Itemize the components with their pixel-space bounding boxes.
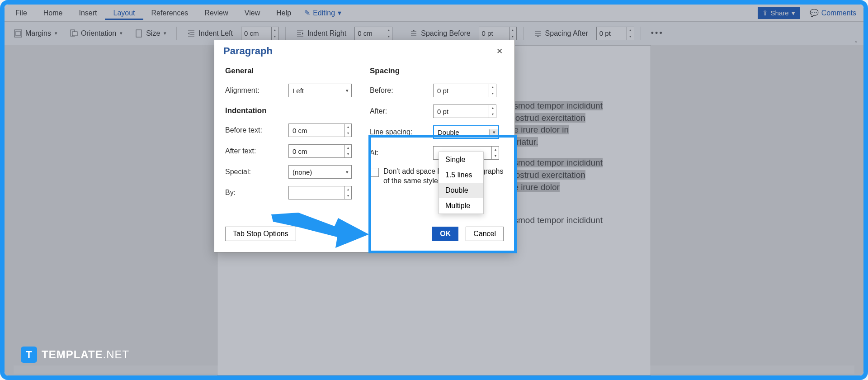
line-spacing-select[interactable]: Double ▾ — [433, 125, 499, 139]
spinner[interactable]: ▴▾ — [344, 145, 351, 157]
sp-before-value: 0 pt — [434, 87, 489, 95]
logo-badge: T — [21, 347, 37, 363]
special-select[interactable]: (none) ▾ — [288, 165, 352, 179]
spacing-after-label: Spacing After — [545, 29, 588, 38]
tab-home[interactable]: Home — [35, 6, 71, 20]
comment-icon: 💬 — [810, 9, 819, 17]
after-text-label: After text: — [225, 147, 284, 155]
share-button[interactable]: ⇪ Share ▾ — [758, 7, 800, 19]
svg-rect-0 — [14, 30, 22, 37]
special-value: (none) — [289, 168, 342, 176]
sp-before-label: Before: — [370, 86, 429, 95]
by-label: By: — [225, 189, 284, 197]
line-spacing-option-double[interactable]: Double — [439, 183, 483, 198]
tab-file[interactable]: File — [7, 6, 35, 20]
spacing-before-label: Spacing Before — [421, 29, 470, 38]
indent-right-value: 0 cm — [355, 29, 385, 37]
dialog-title: Paragraph — [223, 45, 273, 57]
ribbon-overflow[interactable]: ••• — [651, 28, 664, 38]
tab-layout[interactable]: Layout — [105, 6, 143, 20]
spacing-before-control: Spacing Before — [406, 27, 474, 40]
spacing-before-icon — [409, 29, 418, 38]
indent-right-label: Indent Right — [307, 29, 346, 38]
chevron-down-icon: ▾ — [792, 9, 795, 17]
special-label: Special: — [225, 168, 284, 176]
after-text-input[interactable]: 0 cm ▴▾ — [288, 144, 352, 158]
spacing-after-control: Spacing After — [530, 27, 592, 40]
orientation-button[interactable]: Orientation ▾ — [66, 27, 126, 40]
indent-left-control: Indent Left — [183, 27, 236, 40]
logo-text-thin: .NET — [103, 348, 130, 361]
share-icon: ⇪ — [762, 9, 768, 17]
spinner[interactable]: ▴▾ — [489, 105, 496, 118]
tabs-bar: File Home Insert Layout References Revie… — [5, 5, 863, 22]
editing-label: Editing — [313, 9, 335, 17]
ok-button[interactable]: OK — [432, 227, 458, 241]
after-text-value: 0 cm — [289, 147, 344, 155]
spacing-after-icon — [533, 29, 542, 38]
spinner[interactable]: ▴▾ — [271, 27, 278, 40]
indentation-heading: Indentation — [225, 106, 359, 115]
tab-view[interactable]: View — [236, 6, 268, 20]
spinner[interactable]: ▴▾ — [385, 27, 392, 40]
chevron-down-icon: ▾ — [489, 129, 498, 135]
orientation-icon — [69, 29, 78, 38]
indent-left-icon — [187, 29, 196, 38]
size-label: Size — [146, 29, 160, 38]
line-spacing-option-1-5-lines[interactable]: 1.5 lines — [439, 167, 483, 183]
tab-review[interactable]: Review — [196, 6, 236, 20]
tab-help[interactable]: Help — [268, 6, 299, 20]
spinner[interactable]: ▴▾ — [344, 124, 351, 137]
orientation-label: Orientation — [81, 29, 116, 38]
status-bar — [14, 366, 854, 374]
spinner[interactable]: ▴▾ — [489, 84, 496, 97]
margins-label: Margins — [25, 29, 51, 38]
alignment-value: Left — [289, 87, 342, 95]
sp-after-label: After: — [370, 107, 429, 115]
ribbon-collapse-chevron[interactable]: ⌄ — [854, 38, 858, 44]
sp-before-input[interactable]: 0 pt ▴▾ — [433, 84, 496, 97]
dont-add-space-checkbox[interactable] — [370, 168, 379, 177]
spinner[interactable]: ▴▾ — [627, 27, 634, 40]
spacing-heading: Spacing — [370, 66, 504, 76]
pen-icon: ✎ — [304, 9, 310, 17]
line-spacing-option-single[interactable]: Single — [439, 152, 483, 167]
indent-right-input[interactable]: 0 cm ▴▾ — [354, 27, 392, 40]
general-heading: General — [225, 66, 359, 76]
size-button[interactable]: Size ▾ — [131, 27, 170, 40]
by-input[interactable]: ▴▾ — [288, 186, 352, 200]
svg-rect-3 — [72, 32, 77, 36]
at-label: At: — [370, 149, 429, 157]
close-button[interactable]: ✕ — [494, 44, 505, 59]
editing-mode-dropdown[interactable]: ✎ Editing ▾ — [299, 6, 346, 19]
alignment-select[interactable]: Left ▾ — [288, 84, 352, 97]
chevron-down-icon: ▾ — [164, 30, 166, 36]
spacing-before-value: 0 pt — [479, 29, 509, 37]
tab-insert[interactable]: Insert — [71, 6, 105, 20]
svg-marker-19 — [271, 213, 369, 248]
svg-rect-1 — [16, 31, 20, 36]
indent-right-icon — [296, 29, 305, 38]
margins-button[interactable]: Margins ▾ — [10, 27, 61, 40]
sp-after-input[interactable]: 0 pt ▴▾ — [433, 104, 496, 118]
spacing-before-input[interactable]: 0 pt ▴▾ — [479, 27, 517, 40]
spinner[interactable]: ▴▾ — [344, 186, 351, 199]
before-text-value: 0 cm — [289, 127, 344, 134]
chevron-down-icon: ▾ — [342, 169, 351, 175]
indent-left-input[interactable]: 0 cm ▴▾ — [241, 27, 279, 40]
spacing-after-input[interactable]: 0 pt ▴▾ — [596, 27, 634, 40]
margins-icon — [14, 29, 23, 38]
spinner[interactable]: ▴▾ — [491, 147, 499, 159]
general-column: General Alignment: Left ▾ Indentation Be… — [225, 66, 359, 207]
indent-right-control: Indent Right — [292, 27, 350, 40]
before-text-input[interactable]: 0 cm ▴▾ — [288, 124, 352, 137]
spinner[interactable]: ▴▾ — [509, 27, 516, 40]
spacing-after-value: 0 pt — [597, 29, 627, 37]
before-text-label: Before text: — [225, 126, 284, 134]
sp-after-value: 0 pt — [434, 108, 489, 115]
tab-references[interactable]: References — [143, 6, 197, 20]
cancel-button[interactable]: Cancel — [466, 227, 504, 241]
comments-button[interactable]: 💬 Comments — [805, 7, 861, 19]
chevron-down-icon: ▾ — [120, 30, 123, 36]
line-spacing-option-multiple[interactable]: Multiple — [439, 198, 483, 214]
